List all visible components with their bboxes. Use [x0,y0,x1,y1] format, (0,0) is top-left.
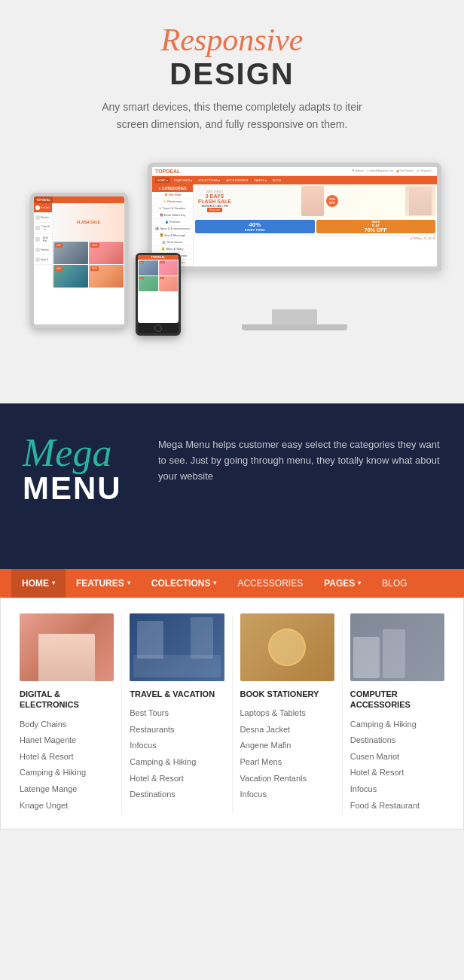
phone-device: TOPDEAL 65% SALE 40% [136,253,181,336]
mega-link-4-2[interactable]: Destinations [350,732,444,749]
monitor-screen: TOPDEAL 📍 Address ✉ Sales@MegaTech.Com 🚚… [152,167,437,266]
wm-countdown: 🕐 660Days : 12 : 54 : 15 [194,235,437,242]
pages-arrow-icon: ▾ [358,580,361,586]
tablet-item-4: NEW [89,265,124,288]
menu-bar[interactable]: HOME ▾ FEATURES ▾ COLECTIONS ▾ ACCESSORI… [0,569,464,598]
wm-nav-blog: BLOG [271,178,282,183]
phone-home-button [154,324,162,332]
mega-link-3-1[interactable]: Laptops & Tablets [240,705,334,722]
travel-icon [35,226,40,230]
menu-item-home[interactable]: HOME ▾ [11,569,66,598]
col-image-electronics [20,613,114,681]
phone-item-4: NEW [159,276,179,291]
mega-bold: MENU [23,473,143,504]
tablet-sidebar-fashion: Fashion [34,245,52,255]
responsive-section: Responsive DESIGN Any smart devices, thi… [0,0,464,403]
mega-link-2-5[interactable]: Hotel & Resort [130,771,224,787]
stand-base [242,324,347,330]
tablet-sidebar-sport: Sport & [34,255,52,265]
phone-screen: TOPDEAL 65% SALE 40% [138,255,179,323]
collections-arrow-icon: ▾ [213,580,216,586]
menu-item-accessories[interactable]: ACCESSORIES [227,569,313,598]
mega-link-1-3[interactable]: Hotel & Resort [20,749,114,765]
mega-cursive: Mega [23,434,143,473]
mega-link-1-4[interactable]: Camping & Hiking [20,765,114,781]
tablet-sidebar-travel: Travel & V... [34,223,52,234]
tablet-sidebar-hotdeal: Hot Deal [34,203,52,213]
menu-item-blog[interactable]: BLOG [371,569,417,598]
wm-promo-orange: SALE FLAT 70% OFF [316,220,436,233]
wm-header-info: 📍 Address ✉ Sales@MegaTech.Com 🚚 Free De… [352,169,434,172]
mega-link-4-6[interactable]: Food & Restaurant [350,798,444,814]
responsive-title: Responsive DESIGN [15,23,449,91]
mega-link-4-4[interactable]: Hotel & Resort [350,765,444,781]
mega-col-title-computer: COMPUTER ACCESSORIES [350,689,444,711]
monitor: TOPDEAL 📍 Address ✉ Sales@MegaTech.Com 🚚… [148,163,441,271]
tablet-sidebar-book: Book Stat... [34,234,52,245]
tablet-item-2: SALE [89,242,124,264]
mega-link-4-5[interactable]: Infocus [350,781,444,798]
wm-product-image [301,186,324,216]
mega-link-2-6[interactable]: Destinations [130,787,224,803]
wm-sidebar-book: 📚 Book Stationery [152,212,193,219]
mega-link-2-3[interactable]: Infocus [130,738,224,754]
mega-link-1-5[interactable]: Latenge Mange [20,781,114,798]
monitor-stand [148,309,441,330]
home-arrow-icon: ▾ [52,580,55,586]
phone-grid: 65% SALE 40% NEW [138,260,179,292]
mega-link-3-5[interactable]: Vacation Rentanls [240,771,334,787]
responsive-subtitle: Any smart devices, this theme completely… [89,99,375,132]
stand-neck [272,309,317,324]
wm-sidebar-mom: 👶 Mom & Baby [152,246,193,253]
tablet-sidebar-electronics: Electron... [34,213,52,223]
tablet-screen: TOPDEAL Hot Deal Electron... [34,196,124,324]
tablet-device: TOPDEAL Hot Deal Electron... [30,193,128,328]
menu-item-pages[interactable]: PAGES ▾ [313,569,371,598]
tablet-badge-4: NEW [90,266,99,271]
mega-link-4-1[interactable]: Camping & Hiking [350,717,444,733]
wm-nav-collections: COLECTIONS ▾ [197,178,221,183]
tablet-badge-2: SALE [90,243,99,248]
mega-link-1-1[interactable]: Body Chains [20,717,114,733]
tablet-item-1: 65% [53,242,88,264]
wm-shop-btn: Shop now [207,208,221,212]
mega-link-3-3[interactable]: Angene Mafin [240,738,334,754]
mega-link-3-4[interactable]: Pearl Mens [240,754,334,771]
book-icon [35,237,40,242]
tablet-item-3: 40% [53,265,88,288]
wm-sidebar-header: ≡ CATEGORIES [152,184,193,192]
wm-sidebar-travel: ✈ Travel & Vacation [152,205,193,212]
wm-nav-pages: PAGES ▾ [252,178,268,183]
wm-model-image [405,186,435,216]
mega-link-3-2[interactable]: Desna Jacket [240,722,334,738]
tablet-banner: FLASH SALE [53,203,124,241]
mega-description: Mega Menu helps customer easy select the… [158,434,441,484]
tablet-logo: TOPDEAL [34,196,53,203]
mega-link-2-1[interactable]: Best Tours [130,705,224,722]
mega-link-4-3[interactable]: Cusen Mariot [350,749,444,765]
tablet-sidebar: Hot Deal Electron... Travel & V... [34,203,53,288]
mega-link-1-6[interactable]: Knage Unget [20,798,114,814]
mega-link-2-2[interactable]: Restaurants [130,722,224,738]
wm-sidebar-spa: 💆 Spa & Massage [152,233,193,239]
menu-demo-section: HOME ▾ FEATURES ▾ COLECTIONS ▾ ACCESSORI… [0,569,464,829]
mega-col-electronics: DIGITAL & ELECTRONICS Body Chains Hanet … [12,613,122,814]
mega-link-1-2[interactable]: Hanet Magente [20,732,114,749]
tablet-badge-1: 65% [55,243,63,248]
wm-sidebar-electronics: ⚡ Electronics [152,199,193,205]
wm-main-content: DON'T FORGET 3 DAYSFLASH SALE WEEKDAYS 1… [194,184,437,266]
wm-body: ≡ CATEGORIES 🔥 Hot Deal ⚡ Electronics ✈ … [152,184,437,266]
wm-nav-home: HOME ▾ [155,178,169,183]
electronics-icon [35,215,40,220]
wm-nav: HOME ▾ FEATURES ▾ COLECTIONS ▾ ACCESSORI… [152,176,437,184]
device-mockup: TOPDEAL 📍 Address ✉ Sales@MegaTech.Com 🚚… [15,148,449,403]
menu-item-features[interactable]: FEATURES ▾ [66,569,141,598]
mega-link-2-4[interactable]: Camping & Hiking [130,754,224,771]
phone-badge-2: SALE [160,261,165,263]
mega-menu-content: DIGITAL & ELECTRONICS Body Chains Hanet … [0,598,464,829]
wm-banner-text: DON'T FORGET 3 DAYSFLASH SALE WEEKDAYS 1… [195,187,234,215]
mega-link-3-6[interactable]: Infocus [240,787,334,803]
menu-item-collections[interactable]: COLECTIONS ▾ [141,569,227,598]
tablet-banner-text: FLASH SALE [77,220,100,224]
phone-item-3: 40% [139,276,158,291]
